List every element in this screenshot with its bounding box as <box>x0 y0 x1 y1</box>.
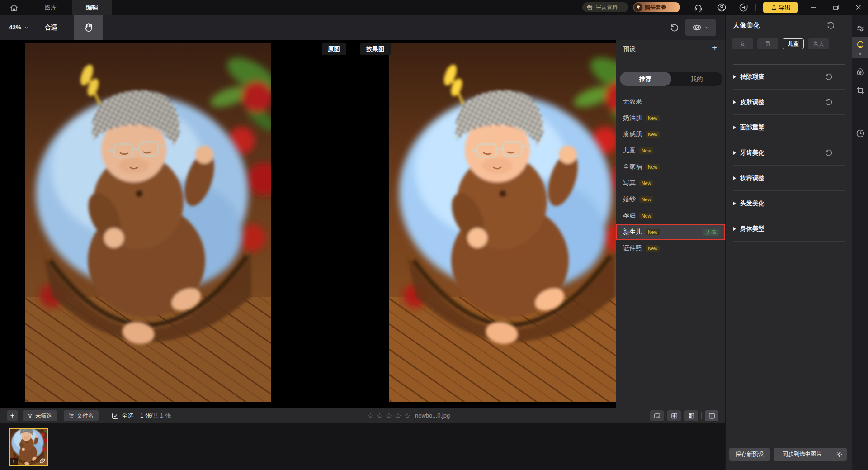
adjustments-tool-button[interactable] <box>855 24 865 33</box>
restore-icon <box>832 3 840 12</box>
preset-item-creamy-skin[interactable]: 奶油肌New <box>616 110 725 126</box>
section-reset-button[interactable] <box>824 97 833 106</box>
reset-edits-button[interactable] <box>669 22 679 33</box>
original-view-label: 原图 <box>322 43 346 55</box>
star-icon[interactable]: ☆ <box>367 411 374 421</box>
filmstrip-toggle-button[interactable] <box>650 410 664 421</box>
preset-item-portrait-photo[interactable]: 写真New <box>616 175 725 191</box>
sync-to-selected-button[interactable]: 同步到选中图片 <box>774 451 831 458</box>
effect-photo-image <box>389 43 616 402</box>
account-button[interactable] <box>717 3 726 12</box>
expand-triangle-icon <box>733 100 736 104</box>
add-preset-button[interactable]: + <box>710 43 719 52</box>
section-skin-adjust[interactable]: 皮肤调整 <box>726 90 852 115</box>
face-icon <box>855 40 865 50</box>
before-after-compare-button[interactable]: R A <box>667 410 681 421</box>
filter-button[interactable]: 未筛选 <box>23 410 57 421</box>
preset-item-id-photo[interactable]: 证件照New <box>616 240 725 256</box>
section-makeup-adjust[interactable]: 妆容调整 <box>726 166 852 191</box>
section-reset-button[interactable] <box>824 148 833 157</box>
preset-tab-recommended[interactable]: 推荐 <box>620 72 671 86</box>
filmstrip-toolbar: + 未筛选 文件名 全选 1 张/共 1 张 ☆ ☆ ☆ ☆ <box>0 408 725 423</box>
thumbnail-index: 1 <box>10 458 18 465</box>
preset-item-textured-skin[interactable]: 质感肌New <box>616 126 725 142</box>
side-by-side-view-button[interactable] <box>705 410 718 421</box>
complete-profile-button[interactable]: 完善资料 <box>582 2 628 12</box>
paperclip-icon <box>39 457 46 464</box>
gender-tabs: 女 男 儿童 老人 <box>732 38 829 49</box>
minimize-icon <box>810 3 818 12</box>
zoom-level-dropdown[interactable]: 42% <box>9 15 29 40</box>
gender-tab-child[interactable]: 儿童 <box>783 38 804 49</box>
crop-tool-button[interactable] <box>855 85 865 95</box>
new-badge: New <box>646 115 660 122</box>
headset-icon <box>693 3 703 12</box>
close-button[interactable] <box>854 3 863 12</box>
gender-tab-female[interactable]: 女 <box>732 38 753 49</box>
portrait-tool-button[interactable] <box>855 40 865 50</box>
section-body-shape[interactable]: 身体美型 <box>726 216 852 242</box>
preset-item-wedding[interactable]: 婚纱New <box>616 191 725 208</box>
preset-item-label: 写真 <box>623 179 636 187</box>
preset-item-label: 孕妇 <box>623 212 636 220</box>
star-icon[interactable]: ☆ <box>395 411 401 421</box>
section-title: 妆容调整 <box>740 174 764 182</box>
history-tool-button[interactable] <box>855 128 865 138</box>
panel-reset-button[interactable] <box>826 20 835 30</box>
purchase-plan-button[interactable]: 购买套餐 <box>633 2 680 12</box>
sync-settings-button[interactable] <box>831 451 847 458</box>
sort-button[interactable]: 文件名 <box>64 410 99 421</box>
restore-button[interactable] <box>832 3 840 12</box>
upload-icon <box>771 5 777 11</box>
split-compare-button[interactable]: Y Y <box>684 410 698 421</box>
section-reset-button[interactable] <box>824 72 833 81</box>
preset-tab-mine[interactable]: 我的 <box>671 72 723 86</box>
preset-item-label: 无效果 <box>623 98 642 106</box>
export-button[interactable]: 导出 <box>763 2 798 13</box>
star-icon[interactable]: ☆ <box>386 411 392 421</box>
hand-tool-button[interactable] <box>74 15 103 40</box>
effect-photo[interactable] <box>389 43 616 402</box>
share-button[interactable] <box>739 3 748 12</box>
star-icon[interactable]: ☆ <box>404 411 410 421</box>
preset-list: 无效果 奶油肌New 质感肌New 儿童New 全家福New 写真New 婚纱N… <box>616 94 725 256</box>
expand-triangle-icon <box>733 75 736 79</box>
expand-triangle-icon <box>733 151 736 155</box>
section-teeth-beautify[interactable]: 牙齿美化 <box>726 140 852 166</box>
star-rating[interactable]: ☆ ☆ ☆ ☆ ☆ <box>367 408 410 423</box>
preset-item-maternity[interactable]: 孕妇New <box>616 208 725 224</box>
export-label: 导出 <box>779 4 791 12</box>
preset-item-newborn[interactable]: 新生儿New人像 <box>616 224 725 240</box>
save-new-preset-button[interactable]: 保存新预设 <box>729 448 770 461</box>
preset-panel-title: 预设 <box>623 45 636 53</box>
select-all-checkbox[interactable] <box>112 413 118 419</box>
compare-mode-button[interactable] <box>685 19 716 36</box>
preset-item-none[interactable]: 无效果 <box>616 94 725 110</box>
thumbnail-selected[interactable]: 1 <box>9 428 48 466</box>
new-badge: New <box>639 196 653 203</box>
sliders-icon <box>855 24 865 33</box>
fit-view-button[interactable]: 合适 <box>45 15 57 40</box>
section-blemish-removal[interactable]: 祛除瑕疵 <box>726 64 852 90</box>
undo-icon <box>824 72 833 81</box>
gender-tab-male[interactable]: 男 <box>757 38 778 49</box>
minimize-button[interactable] <box>810 3 818 12</box>
purchase-plan-label: 购买套餐 <box>645 4 666 11</box>
section-face-reshape[interactable]: 面部重塑 <box>726 115 852 140</box>
add-image-button[interactable]: + <box>7 410 18 421</box>
gender-tab-elderly[interactable]: 老人 <box>808 38 829 49</box>
color-tool-button[interactable] <box>855 67 865 77</box>
star-icon[interactable]: ☆ <box>376 411 383 421</box>
home-button[interactable] <box>9 3 19 13</box>
compare-ra-icon: R A <box>670 412 678 420</box>
preset-item-child[interactable]: 儿童New <box>616 142 725 159</box>
preset-item-family[interactable]: 全家福New <box>616 159 725 175</box>
current-filename: newbo...0.jpg <box>415 408 450 423</box>
tab-edit[interactable]: 编辑 <box>72 0 112 15</box>
section-hair-beautify[interactable]: 头发美化 <box>726 191 852 216</box>
panel-title: 人像美化 <box>733 21 760 30</box>
original-photo[interactable] <box>25 43 271 402</box>
tab-gallery[interactable]: 图库 <box>36 0 65 15</box>
preset-item-label: 婚纱 <box>623 195 636 204</box>
support-button[interactable] <box>693 3 703 12</box>
